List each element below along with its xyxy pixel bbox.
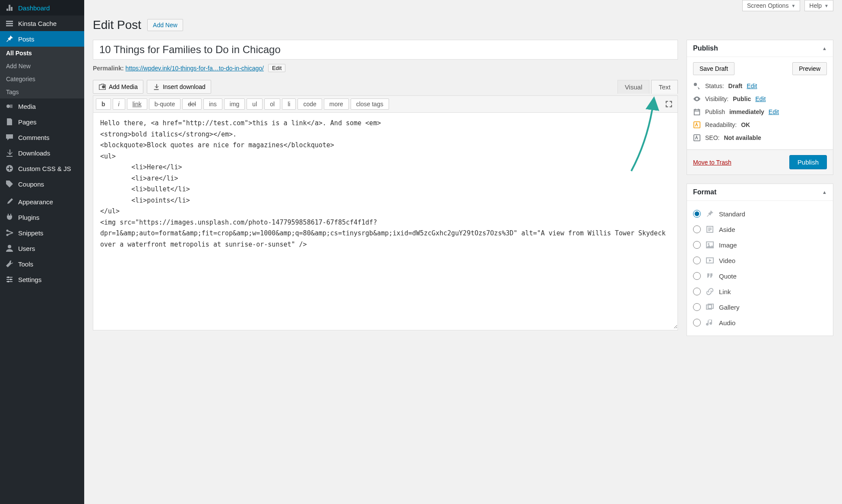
format-standard[interactable]: Standard xyxy=(693,206,827,222)
sidebar-item-dashboard[interactable]: Dashboard xyxy=(0,0,84,16)
main-content: Screen Options▼ Help▼ Edit Post Add New … xyxy=(84,0,842,504)
insert-download-button[interactable]: Insert download xyxy=(147,80,211,94)
visibility-label: Visibility: xyxy=(705,95,728,102)
svg-point-0 xyxy=(6,105,10,108)
format-link[interactable]: Link xyxy=(693,284,827,299)
preview-button[interactable]: Preview xyxy=(792,62,827,75)
sidebar-item-label: Kinsta Cache xyxy=(18,20,57,27)
qt-blockquote[interactable]: b-quote xyxy=(149,98,180,110)
sidebar-item-pages[interactable]: Pages xyxy=(0,114,84,130)
format-box: Format ▲ Standard Aside xyxy=(687,184,833,336)
sidebar-item-custom-css-js[interactable]: Custom CSS & JS xyxy=(0,161,84,176)
save-draft-button[interactable]: Save Draft xyxy=(693,62,734,75)
editor-tab-visual[interactable]: Visual xyxy=(617,80,650,94)
format-radio[interactable] xyxy=(693,225,701,233)
help-button[interactable]: Help▼ xyxy=(804,0,833,11)
screen-options-button[interactable]: Screen Options▼ xyxy=(742,0,800,11)
format-audio[interactable]: Audio xyxy=(693,315,827,330)
permalink-link[interactable]: https://wpdev.ink/10-things-for-fa…to-do… xyxy=(126,65,264,72)
submenu-tags[interactable]: Tags xyxy=(0,86,84,98)
move-to-trash-link[interactable]: Move to Trash xyxy=(693,159,731,166)
qt-ol[interactable]: ol xyxy=(264,98,280,110)
status-edit-link[interactable]: Edit xyxy=(747,82,757,89)
readability-label: Readability: xyxy=(705,121,737,128)
qt-del[interactable]: del xyxy=(182,98,202,110)
sidebar-item-label: Posts xyxy=(18,35,35,43)
cache-icon xyxy=(5,19,14,28)
sidebar-item-label: Tools xyxy=(18,260,33,268)
sidebar-item-label: Settings xyxy=(18,276,41,283)
qt-ul[interactable]: ul xyxy=(247,98,263,110)
sidebar-item-snippets[interactable]: Snippets xyxy=(0,225,84,241)
qt-close-tags[interactable]: close tags xyxy=(351,98,389,110)
qt-more[interactable]: more xyxy=(324,98,349,110)
qt-link[interactable]: link xyxy=(127,98,147,110)
format-quote[interactable]: Quote xyxy=(693,268,827,284)
users-icon xyxy=(5,244,14,253)
qt-li[interactable]: li xyxy=(282,98,296,110)
editor-tab-text[interactable]: Text xyxy=(651,80,678,94)
qt-bold[interactable]: b xyxy=(96,98,111,110)
sidebar-item-users[interactable]: Users xyxy=(0,241,84,256)
svg-point-7 xyxy=(7,281,9,282)
format-radio[interactable] xyxy=(693,241,701,249)
permalink-row: Permalink: https://wpdev.ink/10-things-f… xyxy=(93,64,678,72)
sidebar-item-coupons[interactable]: Coupons xyxy=(0,176,84,192)
visibility-value: Public xyxy=(733,95,751,102)
sidebar-item-plugins[interactable]: Plugins xyxy=(0,209,84,225)
format-radio[interactable] xyxy=(693,319,701,326)
sidebar-item-tools[interactable]: Tools xyxy=(0,256,84,272)
permalink-edit-button[interactable]: Edit xyxy=(268,64,285,72)
fullscreen-button[interactable] xyxy=(663,98,675,110)
post-content-textarea[interactable] xyxy=(93,113,677,329)
sidebar-item-media[interactable]: Media xyxy=(0,98,84,114)
seo-label: SEO: xyxy=(705,134,719,141)
format-radio[interactable] xyxy=(693,257,701,264)
format-box-title: Format xyxy=(693,188,716,196)
sidebar-item-kinsta-cache[interactable]: Kinsta Cache xyxy=(0,16,84,31)
toggle-icon[interactable]: ▲ xyxy=(822,46,827,51)
sidebar-item-settings[interactable]: Settings xyxy=(0,272,84,287)
add-media-button[interactable]: Add Media xyxy=(93,80,143,94)
submenu-categories[interactable]: Categories xyxy=(0,73,84,86)
qt-code[interactable]: code xyxy=(298,98,322,110)
status-label: Status: xyxy=(705,82,724,89)
sidebar-item-comments[interactable]: Comments xyxy=(0,130,84,145)
sidebar-item-downloads[interactable]: Downloads xyxy=(0,145,84,161)
qt-img[interactable]: img xyxy=(224,98,245,110)
format-aside[interactable]: Aside xyxy=(693,222,827,237)
sidebar-item-posts[interactable]: Posts xyxy=(0,31,84,47)
post-title-input[interactable] xyxy=(93,40,678,60)
fullscreen-icon xyxy=(665,100,673,108)
format-image[interactable]: Image xyxy=(693,237,827,253)
format-video[interactable]: Video xyxy=(693,253,827,268)
sidebar-item-appearance[interactable]: Appearance xyxy=(0,194,84,209)
submenu-all-posts[interactable]: All Posts xyxy=(0,47,84,60)
sidebar-item-label: Users xyxy=(18,245,35,252)
key-icon xyxy=(693,82,701,90)
page-title: Edit Post xyxy=(93,18,141,32)
format-radio[interactable] xyxy=(693,272,701,280)
qt-ins[interactable]: ins xyxy=(203,98,222,110)
sidebar-item-label: Comments xyxy=(18,134,50,141)
sidebar-item-label: Dashboard xyxy=(18,4,50,12)
downloads-icon xyxy=(5,149,14,157)
quote-icon xyxy=(705,271,715,281)
visibility-edit-link[interactable]: Edit xyxy=(755,95,766,102)
plug-icon xyxy=(5,213,14,222)
camera-icon xyxy=(98,83,106,91)
format-radio[interactable] xyxy=(693,303,701,311)
format-radio[interactable] xyxy=(693,288,701,295)
sidebar-item-label: Downloads xyxy=(18,149,50,157)
sidebar-item-label: Appearance xyxy=(18,198,53,206)
publish-edit-link[interactable]: Edit xyxy=(769,108,779,115)
toggle-icon[interactable]: ▲ xyxy=(822,190,827,195)
qt-italic[interactable]: i xyxy=(113,98,125,110)
add-new-button[interactable]: Add New xyxy=(147,19,183,31)
publish-button[interactable]: Publish xyxy=(789,155,827,169)
submenu-add-new[interactable]: Add New xyxy=(0,60,84,73)
sidebar-item-label: Plugins xyxy=(18,214,39,221)
format-gallery[interactable]: Gallery xyxy=(693,299,827,315)
format-radio[interactable] xyxy=(693,210,701,218)
svg-point-5 xyxy=(7,276,9,278)
